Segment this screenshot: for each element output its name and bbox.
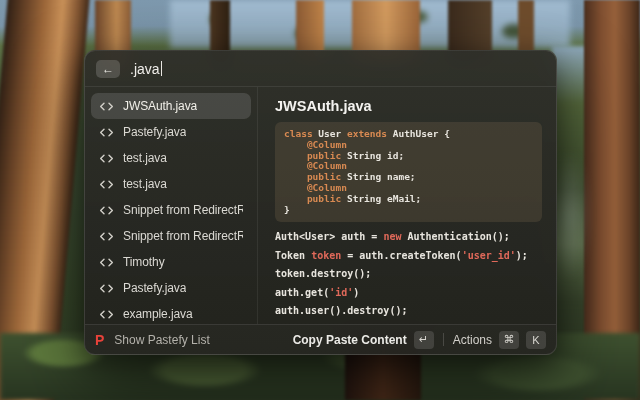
detail-title: JWSAuth.java	[275, 98, 542, 114]
list-item[interactable]: Pastefy.java	[91, 119, 251, 145]
list-item[interactable]: JWSAuth.java	[91, 93, 251, 119]
code-line: }	[284, 205, 533, 216]
primary-action-button[interactable]: Copy Paste Content	[293, 333, 407, 347]
list-item-label: test.java	[123, 177, 167, 191]
action-bar: P Show Pastefy List Copy Paste Content ↵…	[85, 324, 556, 354]
code-icon	[99, 284, 114, 293]
list-item[interactable]: test.java	[91, 145, 251, 171]
code-line: auth.get('id')	[275, 287, 542, 299]
search-input-value: .java	[130, 61, 160, 77]
code-statement: auth.get('id')	[275, 287, 542, 299]
detail-panel: JWSAuth.java class User extends AuthUser…	[258, 87, 556, 324]
list-item-label: Pastefy.java	[123, 281, 186, 295]
code-line: token.destroy();	[275, 268, 542, 280]
list-item[interactable]: test.java	[91, 171, 251, 197]
list-item[interactable]: Snippet from RedirectResponse....	[91, 223, 251, 249]
footer-actions: Copy Paste Content ↵ Actions ⌘ K	[293, 331, 546, 349]
pastefy-logo: P	[95, 332, 104, 348]
code-icon	[99, 206, 114, 215]
code-block: class User extends AuthUser { @Column pu…	[275, 122, 542, 222]
code-line: Token token = auth.createToken('user_id'…	[275, 250, 542, 262]
list-item[interactable]: example.java	[91, 301, 251, 324]
code-statement: Token token = auth.createToken('user_id'…	[275, 250, 542, 262]
code-icon	[99, 102, 114, 111]
list-item-label: test.java	[123, 151, 167, 165]
tree-trunk	[518, 0, 534, 52]
list-item-label: Snippet from RedirectResponse....	[123, 203, 243, 217]
palette-body: JWSAuth.javaPastefy.javatest.javatest.ja…	[85, 87, 556, 324]
command-palette-window: ← .java JWSAuth.javaPastefy.javatest.jav…	[84, 50, 557, 355]
code-line: public String eMail;	[284, 194, 533, 205]
screen: ← .java JWSAuth.javaPastefy.javatest.jav…	[0, 0, 640, 400]
search-input[interactable]: .java	[130, 61, 162, 77]
enter-key-badge: ↵	[414, 331, 434, 349]
code-icon	[99, 258, 114, 267]
code-statements: Auth<User> auth = new Authentication();T…	[275, 231, 542, 324]
code-icon	[99, 310, 114, 319]
code-icon	[99, 128, 114, 137]
footer-divider	[443, 333, 444, 346]
list-item[interactable]: Snippet from RedirectResponse....	[91, 197, 251, 223]
code-line: auth.user().destroy();	[275, 305, 542, 317]
code-statement: token.destroy();	[275, 268, 542, 280]
results-list: JWSAuth.javaPastefy.javatest.javatest.ja…	[85, 87, 257, 324]
list-item-label: Timothy	[123, 255, 165, 269]
footer-left-label: Show Pastefy List	[114, 333, 209, 347]
cmd-key-badge: ⌘	[499, 331, 519, 349]
back-button[interactable]: ←	[96, 60, 120, 78]
back-arrow-icon: ←	[102, 63, 114, 75]
list-item-label: Snippet from RedirectResponse....	[123, 229, 243, 243]
k-key-badge: K	[526, 331, 546, 349]
code-line: Auth<User> auth = new Authentication();	[275, 231, 542, 243]
list-item-label: example.java	[123, 307, 193, 321]
list-item[interactable]: Timothy	[91, 249, 251, 275]
code-icon	[99, 232, 114, 241]
list-item-label: Pastefy.java	[123, 125, 186, 139]
code-statement: auth.user().destroy();	[275, 305, 542, 317]
list-item[interactable]: Pastefy.java	[91, 275, 251, 301]
text-cursor	[161, 61, 163, 76]
actions-menu-button[interactable]: Actions	[453, 333, 492, 347]
code-icon	[99, 180, 114, 189]
search-bar: ← .java	[85, 51, 556, 87]
list-item-label: JWSAuth.java	[123, 99, 197, 113]
code-statement: Auth<User> auth = new Authentication();	[275, 231, 542, 243]
code-icon	[99, 154, 114, 163]
